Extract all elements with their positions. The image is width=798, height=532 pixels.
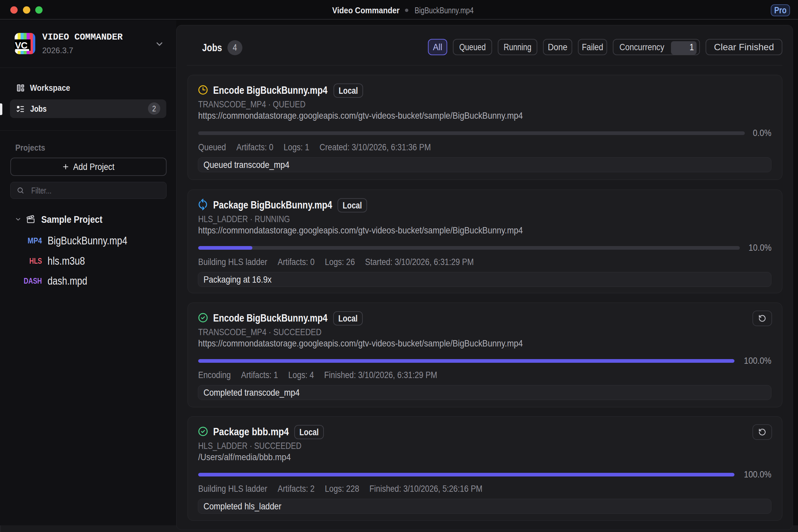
svg-text:VC: VC (15, 40, 27, 51)
